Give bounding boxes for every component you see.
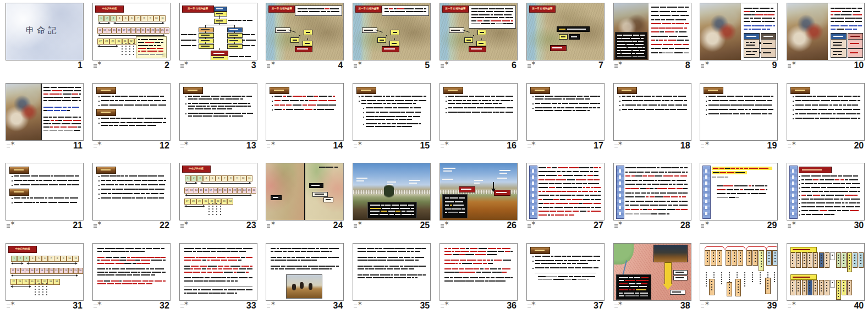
text-line xyxy=(116,248,124,249)
slide-thumbnail-23[interactable]: 申命記的結構1234567891011121314151617181920212… xyxy=(179,163,257,221)
silhouette xyxy=(300,282,304,289)
slide-thumbnail-35[interactable] xyxy=(353,243,431,301)
slide-thumbnail-11[interactable] xyxy=(6,83,84,141)
text-line xyxy=(193,251,196,252)
photo-label-line xyxy=(474,183,480,184)
text-line xyxy=(804,109,811,110)
label-text-line xyxy=(833,36,843,37)
text-line xyxy=(192,277,200,278)
slide-thumbnail-15[interactable] xyxy=(353,83,431,141)
text-line xyxy=(849,179,859,180)
text-line xyxy=(730,168,735,169)
text-line xyxy=(835,21,844,22)
slide-thumbnail-3[interactable]: 第一章 行程路線圖 xyxy=(179,3,257,60)
text-line xyxy=(79,117,81,118)
slide-cell: ✶22 xyxy=(87,160,173,240)
slide-thumbnail-33[interactable] xyxy=(179,243,257,301)
slide-thumbnail-13[interactable] xyxy=(179,83,257,141)
text-line xyxy=(559,267,562,268)
text-line xyxy=(287,266,294,267)
slide-thumbnail-14[interactable] xyxy=(266,83,344,141)
slide-thumbnail-40[interactable] xyxy=(787,243,865,301)
slide-thumbnail-31[interactable]: 申命記的結構1234567891011121314151617181920212… xyxy=(6,243,84,301)
text-line xyxy=(328,96,332,97)
text-line xyxy=(815,118,819,119)
slide-thumbnail-9[interactable] xyxy=(700,3,778,60)
text-line xyxy=(542,191,545,192)
text-line xyxy=(762,29,766,30)
slide-thumbnail-12[interactable] xyxy=(92,83,171,141)
chapter-box: 5 xyxy=(209,175,215,181)
slide-thumbnail-37[interactable] xyxy=(526,243,605,301)
slide-thumbnail-32[interactable] xyxy=(92,243,171,301)
slide-thumbnail-29[interactable] xyxy=(700,163,778,221)
chapter-box: 4 xyxy=(30,256,36,262)
text-line xyxy=(625,280,635,281)
text-line xyxy=(627,96,631,97)
slide-cell: ✶9 xyxy=(694,0,781,80)
glyph-dot xyxy=(740,258,741,259)
chapter-box: 3 xyxy=(197,175,203,181)
slide-thumbnail-28[interactable] xyxy=(613,163,691,221)
slide-thumbnail-8[interactable] xyxy=(613,3,691,60)
slide-thumbnail-18[interactable] xyxy=(613,83,691,141)
text-line xyxy=(201,272,207,273)
glyph-dot xyxy=(737,274,738,276)
slide-thumbnail-6[interactable]: 第一章 行程路線圖 xyxy=(440,3,518,60)
text-line xyxy=(370,205,380,206)
slide-thumbnail-38[interactable] xyxy=(613,243,691,301)
text-line xyxy=(671,201,678,202)
text-line xyxy=(486,11,493,12)
text-line xyxy=(126,268,135,269)
text-line xyxy=(188,103,191,104)
text-line xyxy=(463,277,469,278)
text-line xyxy=(190,268,193,269)
text-line xyxy=(684,167,688,168)
text-line xyxy=(816,202,825,203)
annotation-dot xyxy=(46,286,47,287)
slide-thumbnail-20[interactable] xyxy=(787,83,865,141)
text-line xyxy=(557,211,564,212)
slide-thumbnail-4[interactable]: 第一章 行程路線圖 xyxy=(266,3,344,60)
text-line xyxy=(448,248,452,249)
slide-thumbnail-2[interactable]: 申命記的結構1234567891011121314151617181920212… xyxy=(92,3,171,60)
slide-thumbnail-5[interactable]: 第一章 行程路線圖 xyxy=(353,3,431,60)
slide-thumbnail-39[interactable] xyxy=(700,243,778,301)
slide-thumbnail-26[interactable] xyxy=(440,163,518,221)
slide-thumbnail-10[interactable] xyxy=(787,3,865,60)
slide-thumbnail-34[interactable] xyxy=(266,243,344,301)
chapter-box: 1 xyxy=(185,175,191,181)
slide-thumbnail-27[interactable] xyxy=(526,163,605,221)
text-line xyxy=(824,191,829,192)
slide-thumbnail-21[interactable] xyxy=(6,163,84,221)
bullet-dot xyxy=(185,113,186,114)
text-line xyxy=(475,280,484,282)
text-line xyxy=(101,125,108,126)
text-line xyxy=(397,8,403,9)
flow-box-text xyxy=(201,35,210,36)
slide-thumbnail-25[interactable] xyxy=(353,163,431,221)
text-line xyxy=(68,87,74,88)
slide-thumbnail-36[interactable] xyxy=(440,243,518,301)
chapter-box: 10 xyxy=(67,256,73,262)
slide-number: 12 xyxy=(92,141,169,152)
text-line xyxy=(75,175,79,177)
slide-thumbnail-19[interactable] xyxy=(700,83,778,141)
slide-thumbnail-7[interactable]: 第一章 行程路線圖 xyxy=(526,3,605,60)
text-line xyxy=(636,283,641,284)
slide-thumbnail-30[interactable] xyxy=(787,163,865,221)
slide-thumbnail-16[interactable] xyxy=(440,83,518,141)
slide-thumbnail-24[interactable] xyxy=(266,163,344,221)
slide-thumbnail-17[interactable] xyxy=(526,83,605,141)
text-line xyxy=(834,8,845,9)
text-line xyxy=(358,251,366,252)
glyph-dot xyxy=(792,263,793,264)
slide-thumbnail-1[interactable]: 申命記 xyxy=(6,3,84,60)
text-line xyxy=(406,11,414,12)
text-line xyxy=(486,277,490,278)
glyph-dot xyxy=(738,284,739,285)
bullet-dot xyxy=(619,109,620,111)
text-line xyxy=(853,29,857,30)
slide-thumbnail-22[interactable] xyxy=(92,163,171,221)
text-line xyxy=(799,113,806,114)
